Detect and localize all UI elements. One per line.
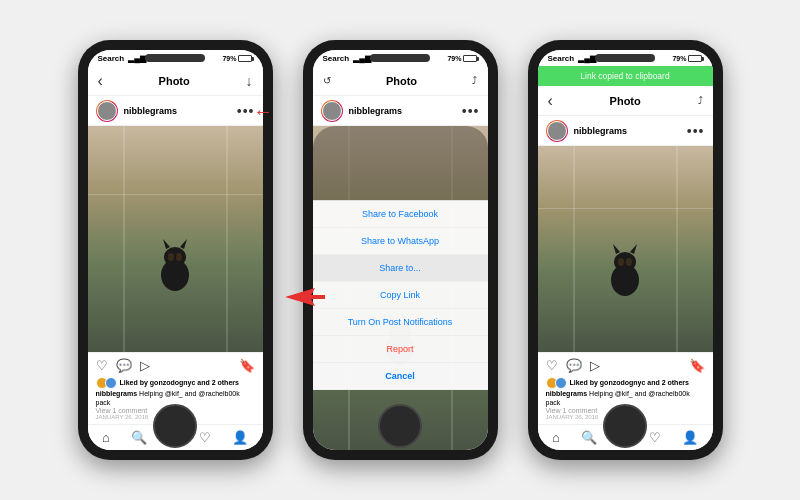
svg-rect-7 — [310, 295, 325, 299]
page-title-2: Photo — [386, 75, 417, 87]
home-icon-1[interactable]: ⌂ — [102, 430, 110, 445]
likes-row-3: Liked by gonzodognyc and 2 others — [546, 377, 705, 389]
share-button-2[interactable]: ⤴ — [472, 75, 477, 86]
red-arrow-1: → — [253, 102, 273, 125]
avatar-2 — [321, 100, 343, 122]
time-2: 3:00 PM — [394, 54, 424, 63]
header-3: ‹ Photo ⤴ — [538, 86, 713, 116]
download-icon-1[interactable]: ↓ — [246, 73, 253, 89]
page-title-3: Photo — [610, 95, 641, 107]
status-left-1: Search ▂▄▆ — [98, 54, 146, 63]
view-comments-1[interactable]: View 1 comment — [96, 407, 255, 414]
home-icon-3[interactable]: ⌂ — [552, 430, 560, 445]
post-info-3: Liked by gonzodognyc and 2 others nibble… — [538, 375, 713, 424]
share-icon-1[interactable]: ▷ — [140, 358, 150, 373]
arrow-svg-2 — [285, 288, 325, 306]
battery-icon-3 — [688, 55, 702, 62]
battery-pct-1: 79% — [222, 55, 236, 62]
more-options-button-1[interactable]: ••• — [237, 103, 255, 119]
cat-silhouette-3 — [600, 240, 650, 300]
caption-username-1: nibblegrams — [96, 390, 138, 397]
search-label-2: Search — [323, 54, 350, 63]
add-icon-3[interactable]: ⊕ — [617, 430, 628, 445]
status-bar-3: Search ▂▄▆ 3:00 PM 79% — [538, 50, 713, 66]
header-1: ‹ Photo ↓ — [88, 66, 263, 96]
action-sheet-2: Share to Facebook Share to WhatsApp Shar… — [313, 200, 488, 390]
search-label-1: Search — [98, 54, 125, 63]
share-icon-3[interactable]: ▷ — [590, 358, 600, 373]
share-whatsapp-item[interactable]: Share to WhatsApp — [313, 228, 488, 255]
battery-pct-2: 79% — [447, 55, 461, 62]
screen-2: Search ▂▄▆ 3:00 PM 79% ↺ Photo ⤴ nibbleg… — [313, 50, 488, 450]
username-3: nibblegrams — [574, 126, 681, 136]
share-facebook-item[interactable]: Share to Facebook — [313, 201, 488, 228]
search-label-3: Search — [548, 54, 575, 63]
svg-point-18 — [618, 258, 624, 266]
avatar-1 — [96, 100, 118, 122]
avatar-3 — [546, 120, 568, 142]
like-icon-1[interactable]: ♡ — [96, 358, 108, 373]
copy-link-item[interactable]: Copy Link — [313, 282, 488, 309]
share-to-item[interactable]: Share to... — [313, 255, 488, 282]
battery-area-1: 79% — [222, 55, 252, 62]
caption-3: nibblegrams Helping @kif_ and @rachelb00… — [546, 389, 705, 407]
back-button-1[interactable]: ‹ — [98, 73, 103, 89]
screen-3: Search ▂▄▆ 3:00 PM 79% Link copied to cl… — [538, 50, 713, 450]
more-options-button-2[interactable]: ••• — [462, 103, 480, 119]
bookmark-icon-3[interactable]: 🔖 — [689, 358, 705, 373]
phone-2: Search ▂▄▆ 3:00 PM 79% ↺ Photo ⤴ nibbleg… — [303, 40, 498, 460]
action-icons-1: ♡ 💬 ▷ 🔖 — [96, 358, 255, 373]
likes-row-1: Liked by gonzodognyc and 2 others — [96, 377, 255, 389]
add-icon-1[interactable]: ⊕ — [167, 430, 178, 445]
svg-point-15 — [614, 252, 636, 272]
profile-icon-3[interactable]: 👤 — [682, 430, 698, 445]
view-comments-3[interactable]: View 1 comment — [546, 407, 705, 414]
username-2: nibblegrams — [349, 106, 456, 116]
svg-marker-17 — [630, 244, 637, 254]
like-icon-3[interactable]: ♡ — [546, 358, 558, 373]
activity-icon-3[interactable]: ♡ — [649, 430, 661, 445]
caption-username-3: nibblegrams — [546, 390, 588, 397]
cancel-item[interactable]: Cancel — [313, 363, 488, 390]
report-item[interactable]: Report — [313, 336, 488, 363]
battery-icon-2 — [463, 55, 477, 62]
likes-text-3: Liked by gonzodognyc and 2 others — [570, 379, 689, 386]
comment-icon-3[interactable]: 💬 — [566, 358, 582, 373]
profile-icon-1[interactable]: 👤 — [232, 430, 248, 445]
back-button-2[interactable]: ↺ — [323, 76, 331, 86]
battery-pct-3: 79% — [672, 55, 686, 62]
svg-marker-3 — [180, 239, 187, 249]
svg-point-4 — [168, 253, 174, 261]
comment-icon-1[interactable]: 💬 — [116, 358, 132, 373]
post-image-3 — [538, 146, 713, 352]
post-notifications-item[interactable]: Turn On Post Notifications — [313, 309, 488, 336]
time-1: 2:59 PM — [169, 54, 199, 63]
timestamp-3: JANUARY 26, 2016 — [546, 414, 705, 420]
action-icons-3: ♡ 💬 ▷ 🔖 — [546, 358, 705, 373]
post-image-2: Share to Facebook Share to WhatsApp Shar… — [313, 126, 488, 450]
battery-icon-1 — [238, 55, 252, 62]
back-button-3[interactable]: ‹ — [548, 93, 553, 109]
post-image-1 — [88, 126, 263, 352]
svg-point-1 — [164, 247, 186, 267]
activity-icon-1[interactable]: ♡ — [199, 430, 211, 445]
header-2: ↺ Photo ⤴ — [313, 66, 488, 96]
search-icon-1[interactable]: 🔍 — [131, 430, 147, 445]
action-bar-3: ♡ 💬 ▷ 🔖 — [538, 352, 713, 375]
username-1: nibblegrams — [124, 106, 231, 116]
post-header-1: nibblegrams ••• — [88, 96, 263, 126]
svg-marker-2 — [163, 239, 170, 249]
search-icon-3[interactable]: 🔍 — [581, 430, 597, 445]
share-button-3[interactable]: ⤴ — [698, 95, 703, 106]
more-options-button-3[interactable]: ••• — [687, 123, 705, 139]
bottom-nav-3: ⌂ 🔍 ⊕ ♡ 👤 — [538, 424, 713, 450]
bookmark-icon-1[interactable]: 🔖 — [239, 358, 255, 373]
caption-1: nibblegrams Helping @kif_ and @rachelb00… — [96, 389, 255, 407]
likes-text-1: Liked by gonzodognyc and 2 others — [120, 379, 239, 386]
red-arrow-2 — [285, 288, 325, 310]
svg-point-19 — [626, 258, 632, 266]
post-header-2: nibblegrams ••• — [313, 96, 488, 126]
time-3: 3:00 PM — [619, 54, 649, 63]
copied-banner: Link copied to clipboard — [538, 66, 713, 86]
timestamp-1: JANUARY 26, 2016 — [96, 414, 255, 420]
